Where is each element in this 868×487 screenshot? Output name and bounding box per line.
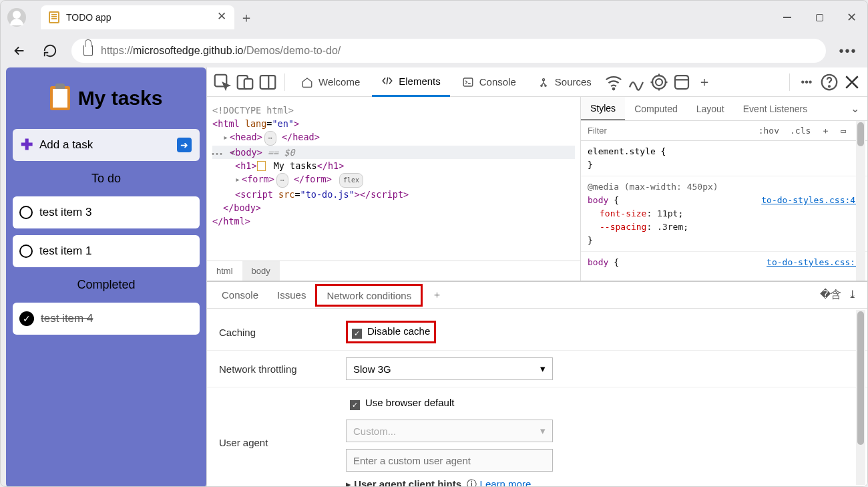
help-icon[interactable]	[819, 72, 839, 92]
task-item[interactable]: test item 3	[13, 196, 200, 228]
memory-icon[interactable]	[649, 72, 669, 92]
tab-elements-label: Elements	[399, 75, 441, 87]
chevron-down-icon: ▾	[540, 425, 546, 437]
drawer-tab-network-conditions[interactable]: Network conditions	[315, 284, 423, 307]
profile-avatar[interactable]	[7, 8, 26, 27]
checked-icon[interactable]: ✓	[19, 311, 34, 326]
unchecked-icon[interactable]	[19, 206, 33, 219]
network-icon[interactable]	[604, 72, 624, 92]
tab-favicon	[49, 11, 59, 23]
svg-point-10	[656, 79, 662, 86]
new-rule-button[interactable]: ＋	[816, 125, 835, 137]
collapse-drawer-icon[interactable]: ⤓	[848, 288, 857, 302]
task-item-completed[interactable]: ✓ test item 4	[13, 303, 200, 335]
styles-tab-layout[interactable]: Layout	[687, 97, 734, 120]
clipboard-icon	[50, 86, 70, 110]
tab-sources[interactable]: Sources	[528, 67, 601, 97]
more-tabs-button[interactable]: ＋	[694, 72, 714, 92]
css-source-link[interactable]: to-do-styles.css:40	[761, 194, 861, 207]
device-icon[interactable]	[235, 72, 255, 92]
crumb-body[interactable]: body	[242, 261, 280, 281]
url-text: https://microsoftedge.github.io/Demos/de…	[101, 45, 341, 57]
styles-tab-computed[interactable]: Computed	[625, 97, 687, 120]
submit-icon[interactable]: ➜	[177, 138, 192, 152]
css-rule-body[interactable]: body { to-do-styles.css:1	[581, 252, 867, 273]
drawer-tab-console[interactable]: Console	[212, 284, 268, 307]
crumb-html[interactable]: html	[207, 261, 242, 281]
performance-icon[interactable]	[626, 72, 646, 92]
styles-filter-input[interactable]	[581, 126, 753, 136]
tab-sources-label: Sources	[555, 76, 592, 88]
devtools-toolbar: Welcome Elements Console Sources ＋ •••	[207, 67, 867, 97]
scrollbar[interactable]	[856, 310, 865, 485]
add-task-button[interactable]: ✚ Add a task ➜	[13, 129, 200, 161]
nav-refresh-button[interactable]	[41, 43, 59, 58]
completed-section-label: Completed	[13, 274, 200, 296]
devtools-drawer: Console Issues Network conditions ＋ �含 ⤓…	[207, 281, 867, 487]
disable-cache-label: Disable cache	[367, 325, 430, 337]
styles-tab-listeners[interactable]: Event Listeners	[734, 97, 817, 120]
app-title: My tasks	[78, 87, 163, 110]
dom-tree[interactable]: <!DOCTYPE html> <html lang="en"> ▸<head>…	[207, 97, 580, 261]
browser-tab[interactable]: TODO app ✕	[41, 5, 234, 29]
address-bar[interactable]: https://microsoftedge.github.io/Demos/de…	[71, 39, 826, 63]
nav-back-button[interactable]	[10, 43, 29, 58]
new-tab-button[interactable]: ＋	[234, 5, 258, 29]
tab-elements[interactable]: Elements	[372, 67, 450, 97]
styles-tab-styles[interactable]: Styles	[581, 97, 625, 120]
svg-point-9	[613, 88, 615, 90]
devtools: Welcome Elements Console Sources ＋ •••	[206, 67, 867, 487]
user-agent-label: User agent	[219, 437, 326, 448]
css-rule-elementstyle[interactable]: element.style { }	[581, 141, 867, 176]
task-label: test item 4	[41, 312, 93, 325]
dom-selected-node[interactable]: ▾<body> == $0	[212, 146, 575, 159]
throttling-select[interactable]: Slow 3G▾	[346, 357, 553, 380]
hov-toggle[interactable]: :hov	[753, 126, 785, 136]
app-pane: My tasks ✚ Add a task ➜ To do test item …	[6, 67, 206, 487]
url-host: microsoftedge.github.io	[133, 45, 243, 56]
css-source-link[interactable]: to-do-styles.css:1	[767, 256, 861, 269]
svg-rect-2	[244, 79, 253, 89]
window-close[interactable]: ✕	[835, 4, 867, 31]
browser-navbar: https://microsoftedge.github.io/Demos/de…	[1, 34, 867, 67]
url-path: /Demos/demo-to-do/	[243, 45, 341, 56]
flex-icon[interactable]: ▭	[835, 126, 851, 136]
browser-more-button[interactable]: •••	[838, 43, 858, 59]
chevron-down-icon: ▾	[540, 363, 546, 375]
learn-more-link[interactable]: Learn more	[480, 478, 531, 487]
cls-toggle[interactable]: .cls	[785, 126, 816, 136]
drawer-tab-issues[interactable]: Issues	[268, 284, 315, 307]
application-icon[interactable]	[672, 72, 692, 92]
ua-default-checkbox[interactable]: ✓Use browser default	[346, 394, 458, 413]
task-label: test item 3	[39, 206, 91, 219]
ua-default-label: Use browser default	[365, 397, 454, 408]
dom-breadcrumbs: html body	[207, 261, 580, 281]
unchecked-icon[interactable]	[19, 245, 33, 258]
tab-welcome[interactable]: Welcome	[292, 67, 369, 97]
tab-console[interactable]: Console	[453, 67, 525, 97]
tab-welcome-label: Welcome	[318, 76, 360, 88]
ua-custom-input[interactable]	[346, 449, 553, 472]
url-prefix: https://	[101, 45, 133, 56]
inspect-icon[interactable]	[212, 72, 232, 92]
window-minimize[interactable]	[771, 4, 803, 31]
devtools-more-button[interactable]: •••	[797, 72, 817, 92]
ua-hints-row[interactable]: ▸ User agent client hints ⓘ Learn more	[346, 478, 531, 487]
task-label: test item 1	[39, 245, 91, 258]
css-rule-media[interactable]: @media (max-width: 450px) body { to-do-s…	[581, 176, 867, 252]
scrollbar[interactable]	[856, 121, 865, 281]
tab-console-label: Console	[479, 76, 516, 88]
chevron-down-icon[interactable]: ⌄	[843, 102, 867, 115]
window-maximize[interactable]	[803, 4, 835, 31]
task-item[interactable]: test item 1	[13, 235, 200, 267]
tab-title: TODO app	[66, 12, 210, 23]
tab-close-button[interactable]: ✕	[217, 13, 226, 22]
dock-icon[interactable]	[258, 72, 278, 92]
devtools-close-button[interactable]	[842, 72, 862, 92]
drawer-more-tabs-button[interactable]: ＋	[423, 284, 451, 307]
dock-drawer-icon[interactable]: �含	[820, 288, 841, 302]
svg-point-19	[829, 86, 830, 87]
caching-label: Caching	[219, 327, 326, 338]
disable-cache-checkbox[interactable]: ✓Disable cache	[346, 321, 436, 343]
favicon-inline-icon	[257, 161, 266, 171]
